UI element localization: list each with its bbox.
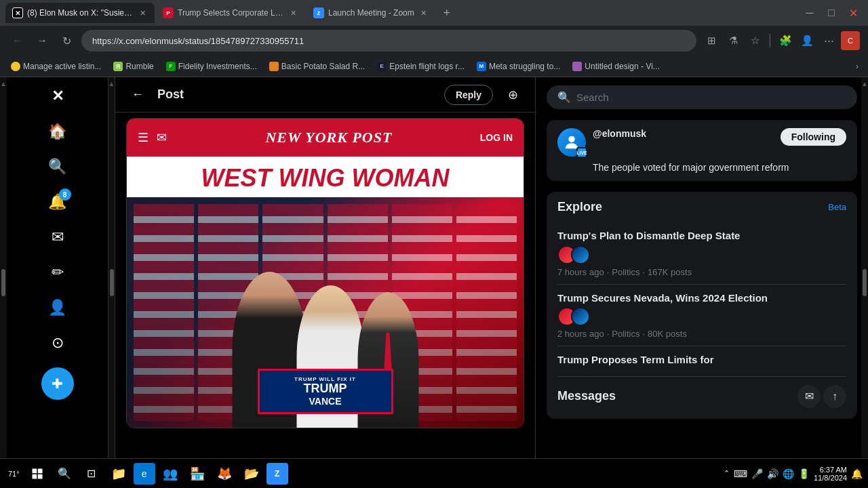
start-button[interactable] <box>25 462 50 486</box>
back-nav-button[interactable]: ← <box>8 31 27 50</box>
back-button[interactable]: ← <box>126 83 149 106</box>
bookmark-untitled[interactable]: Untitled design - Vi... <box>567 60 665 73</box>
messages-expand-icon[interactable]: ↑ <box>823 385 846 408</box>
bookmark-manage-label: Manage active listin... <box>23 62 101 71</box>
bookmark-rumble[interactable]: R Rumble <box>108 60 159 73</box>
bookmark-manage[interactable]: Manage active listin... <box>5 60 106 73</box>
tab-nypost-close[interactable]: ✕ <box>288 7 298 18</box>
tray-sound-icon[interactable]: 🔊 <box>767 468 778 479</box>
trump-banner: TRUMP WILL FIX IT TRUMP VANCE <box>258 369 393 414</box>
explore-item-2-meta: 2 hours ago · Politics · 80K posts <box>557 329 846 339</box>
tab-zoom-close[interactable]: ✕ <box>418 7 429 18</box>
sidebar-item-messages[interactable]: ✉ <box>41 221 74 253</box>
explore-item-2-time: 2 hours ago <box>557 329 604 339</box>
nypost-mail-icon[interactable]: ✉ <box>157 130 167 145</box>
tray-keyboard-icon[interactable]: ⌨ <box>734 468 747 479</box>
post-scrollbar: ▲ ▼ <box>108 77 115 488</box>
tab-bar: ✕ (8) Elon Musk on X: "Susie Wiles ... ✕… <box>0 0 868 26</box>
bookmark-potato[interactable]: Basic Potato Salad R... <box>264 60 370 73</box>
explore-item-1-avatars <box>557 245 846 264</box>
profile-icon[interactable]: 👤 <box>797 31 816 50</box>
scroll-up-arrow[interactable]: ▲ <box>0 80 7 87</box>
svg-rect-3 <box>32 474 37 479</box>
messages-compose-icon[interactable]: ✉ <box>797 385 821 408</box>
sidebar-item-grok[interactable]: ✏ <box>41 256 74 289</box>
post-more-button[interactable]: ⊕ <box>501 83 524 106</box>
svg-point-0 <box>568 136 574 142</box>
explore-avatar-2 <box>571 245 590 264</box>
address-input[interactable] <box>81 30 696 52</box>
taskbar: 71° 🔍 ⊡ 📁 e 👥 🏪 🦊 📂 Z ⌃ ⌨ 🎤 🔊 🌐 🔋 6:37 A… <box>0 458 868 488</box>
taskbar-file-manager[interactable]: 📂 <box>239 462 264 486</box>
messages-label: Messages <box>557 389 616 403</box>
sidebar-item-notifications[interactable]: 🔔 8 <box>41 186 74 218</box>
more-options-icon[interactable]: ⋯ <box>819 31 838 50</box>
tray-network-icon[interactable]: 🌐 <box>783 468 794 479</box>
bookmark-epstein[interactable]: E Epstein flight logs r... <box>372 60 470 73</box>
taskbar-store[interactable]: 🏪 <box>185 462 210 486</box>
compose-button[interactable]: ✚ <box>41 367 74 400</box>
sidebar-item-search[interactable]: 🔍 <box>41 150 74 183</box>
bookmark-star-icon[interactable]: ☆ <box>745 31 764 50</box>
taskbar-search-button[interactable]: 🔍 <box>52 462 77 486</box>
nypost-card[interactable]: ☰ ✉ NEW YORK POST LOG IN WEST WING WOMAN <box>126 118 524 428</box>
trump-banner-vance: VANCE <box>273 396 378 407</box>
taskbar-teams[interactable]: 👥 <box>158 462 182 486</box>
explore-item-1-title: Trump's Plan to Dismantle Deep State <box>557 229 846 243</box>
nypost-login-button[interactable]: LOG IN <box>480 132 513 143</box>
taskbar-file-explorer[interactable]: 📁 <box>106 462 131 486</box>
sidebar-item-profile[interactable]: 👤 <box>41 291 74 324</box>
tray-battery-icon[interactable]: 🔋 <box>798 468 810 479</box>
right-scroll-up[interactable]: ▲ <box>861 80 868 87</box>
tab-zoom[interactable]: Z Launch Meeting - Zoom ✕ <box>307 3 436 23</box>
tab-x[interactable]: ✕ (8) Elon Musk on X: "Susie Wiles ... ✕ <box>5 3 155 23</box>
post-scroll-up[interactable]: ▲ <box>108 80 115 87</box>
sidebar-item-more[interactable]: ⊙ <box>41 327 74 359</box>
new-tab-button[interactable]: + <box>437 3 456 22</box>
taskbar-weather[interactable]: 71° <box>5 462 22 486</box>
search-labs-icon[interactable]: ⚗ <box>724 31 743 50</box>
messages-icons: ✉ ↑ <box>797 385 846 408</box>
taskbar-time: 6:37 AM <box>814 466 847 474</box>
extensions-icon[interactable]: 🧩 <box>776 31 795 50</box>
tray-chevron[interactable]: ⌃ <box>724 469 730 478</box>
reload-button[interactable]: ↻ <box>57 31 76 50</box>
search-input[interactable] <box>576 92 846 103</box>
tray-mic-icon[interactable]: 🎤 <box>751 468 763 479</box>
maximize-button[interactable]: □ <box>822 3 841 22</box>
forward-nav-button[interactable]: → <box>33 31 52 50</box>
following-button[interactable]: Following <box>781 128 846 146</box>
bookmark-meta[interactable]: M Meta struggling to... <box>471 60 566 73</box>
search-box[interactable]: 🔍 <box>547 85 857 109</box>
explore-item-2[interactable]: Trump Secures Nevada, Wins 2024 Election… <box>557 285 846 347</box>
explore-item-1-posts: 167K posts <box>648 267 692 277</box>
browser-chrome: ✕ (8) Elon Musk on X: "Susie Wiles ... ✕… <box>0 0 868 77</box>
x-logo[interactable]: ✕ <box>44 83 71 110</box>
bookmarks-more-button[interactable]: › <box>852 60 863 73</box>
cursor-app-icon[interactable]: C <box>841 31 860 50</box>
taskbar-task-view[interactable]: ⊡ <box>79 462 104 486</box>
bookmark-untitled-label: Untitled design - Vi... <box>585 62 660 71</box>
taskbar-clock[interactable]: 6:37 AM 11/8/2024 <box>814 466 847 482</box>
minimize-button[interactable]: ─ <box>800 3 819 22</box>
explore-item-1[interactable]: Trump's Plan to Dismantle Deep State 7 h… <box>557 222 846 285</box>
sidebar-item-home[interactable]: 🏠 <box>41 115 74 148</box>
bookmark-meta-label: Meta struggling to... <box>489 62 560 71</box>
taskbar-zoom[interactable]: Z <box>267 463 288 485</box>
reply-button[interactable]: Reply <box>444 85 493 105</box>
tab-x-close[interactable]: ✕ <box>137 7 148 18</box>
taskbar-edge[interactable]: e <box>134 463 155 485</box>
right-sidebar: 🔍 LIVE @elonmusk Following The people vo… <box>536 77 868 488</box>
tab-nypost[interactable]: P Trump Selects Corporate Lobbyist ✕ <box>156 3 305 23</box>
following-name: @elonmusk <box>593 128 774 139</box>
bookmark-fidelity[interactable]: F Fidelity Investments... <box>161 60 262 73</box>
explore-item-3[interactable]: Trump Proposes Term Limits for <box>557 346 846 377</box>
taskbar-firefox[interactable]: 🦊 <box>212 462 237 486</box>
close-window-button[interactable]: ✕ <box>844 3 863 22</box>
bookmark-rumble-favicon: R <box>113 62 123 71</box>
browser-sync-icon[interactable]: ⊞ <box>702 31 721 50</box>
bookmark-epstein-label: Epstein flight logs r... <box>389 62 465 71</box>
nypost-hamburger-icon[interactable]: ☰ <box>138 130 149 145</box>
tray-notification-icon[interactable]: 🔔 <box>851 468 863 479</box>
dot-separator-4: · <box>642 329 645 339</box>
